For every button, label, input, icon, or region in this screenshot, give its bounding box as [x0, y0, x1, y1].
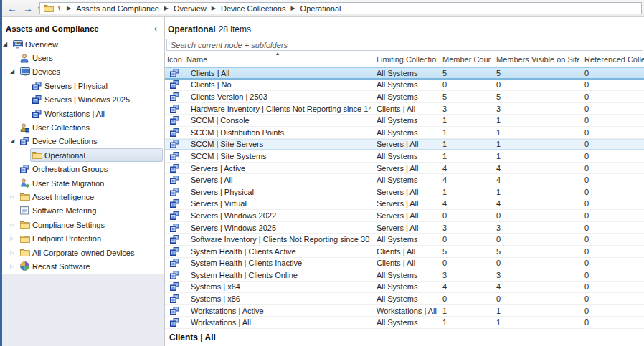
sidebar-item-software-metering[interactable]: Software Metering — [0, 204, 164, 218]
table-row[interactable]: SCCM | Distribution Points All Systems 1… — [165, 127, 644, 139]
table-row[interactable]: Clients | No All Systems 0 0 0 — [165, 80, 644, 92]
sidebar-item-user-state-migration[interactable]: User State Migration — [0, 176, 164, 190]
breadcrumb-item-operational[interactable]: Operational — [300, 4, 341, 13]
node-title: Operational — [168, 24, 216, 34]
column-header-name-label: Name — [186, 55, 207, 64]
table-row[interactable]: Systems | x64 All Systems 4 4 0 — [165, 282, 644, 294]
cell-name: Systems | x64 — [184, 282, 371, 291]
sidebar-item-operational[interactable]: Operational — [0, 148, 164, 162]
recast-icon — [20, 261, 32, 271]
folder-icon — [20, 193, 32, 201]
forward-button[interactable]: → — [21, 1, 35, 16]
back-button[interactable]: ← — [5, 1, 19, 16]
table-row[interactable]: System Health | Clients Inactive Clients… — [165, 258, 644, 270]
cell-limiting-collection: All Systems — [371, 294, 437, 303]
table-row[interactable]: Workstations | Active Workstations | All… — [165, 305, 644, 317]
table-row[interactable]: SCCM | Site Systems All Systems 1 1 0 — [165, 150, 644, 163]
sidebar-item-servers-physical[interactable]: Servers | Physical — [0, 79, 164, 92]
collapsed-arrow-icon[interactable]: ▷ — [10, 249, 18, 256]
table-row[interactable]: Servers | Windows 2025 Servers | All 3 3… — [165, 222, 644, 234]
collapsed-arrow-icon[interactable]: ▷ — [10, 221, 18, 229]
table-row[interactable]: Servers | Virtual Servers | All 4 4 0 — [165, 198, 644, 211]
table-row[interactable]: Servers | All All Systems 4 4 0 — [165, 174, 644, 186]
cell-referenced-collections: 0 — [579, 211, 644, 220]
collection-icon — [165, 271, 184, 279]
folder-icon — [20, 221, 32, 229]
breadcrumb-item-overview[interactable]: Overview — [174, 4, 207, 13]
sidebar-item-users[interactable]: Users — [0, 51, 164, 64]
collection-icon — [165, 105, 184, 113]
sidebar-item-orchestration-groups[interactable]: Orchestration Groups — [0, 163, 164, 176]
cell-limiting-collection: All Systems — [371, 92, 437, 101]
cell-name: Hardware Inventory | Clients Not Reporti… — [184, 105, 371, 113]
cell-members-visible-on-site: 1 — [491, 140, 579, 148]
search-input[interactable] — [166, 39, 643, 51]
cell-referenced-collections: 0 — [579, 318, 644, 327]
collapsed-arrow-icon[interactable]: ▷ — [10, 263, 18, 270]
cell-name: System Health | Clients Active — [184, 247, 371, 256]
sidebar-item-workstations-all[interactable]: Workstations | All — [0, 107, 164, 120]
sidebar-item-user-collections[interactable]: User Collections — [0, 120, 164, 134]
expanded-arrow-icon: ◢ — [3, 41, 11, 48]
table-row[interactable]: Hardware Inventory | Clients Not Reporti… — [165, 103, 644, 115]
navigation-bar: ← → ▾ \ ▶ Assets and Compliance ▶ Overvi… — [0, 0, 644, 17]
cell-name: Servers | Physical — [184, 188, 371, 196]
collapse-sidebar-button[interactable]: ‹ — [154, 25, 160, 32]
sidebar-item-asset-intelligence[interactable]: ▷ Asset Intelligence — [0, 190, 164, 203]
cell-members-visible-on-site: 0 — [491, 80, 579, 89]
sidebar-item-servers-windows-2025[interactable]: Servers | Windows 2025 — [0, 93, 164, 107]
column-header-name[interactable]: Name ▴ — [184, 52, 371, 67]
breadcrumb-arrow-icon: ▶ — [290, 4, 295, 12]
table-row[interactable]: Clients | All All Systems 5 5 0 — [165, 67, 644, 80]
collection-icon — [165, 164, 184, 173]
column-header-member-count[interactable]: Member Count — [437, 52, 491, 67]
cell-member-count: 1 — [437, 188, 491, 196]
sidebar-item-compliance-settings[interactable]: ▷ Compliance Settings — [0, 218, 164, 231]
cell-members-visible-on-site: 3 — [491, 105, 579, 113]
table-row[interactable]: Software Inventory | Clients Not Reporti… — [165, 234, 644, 246]
table-row[interactable]: Systems | x86 All Systems 0 0 0 — [165, 293, 644, 305]
column-header-icon[interactable]: Icon — [165, 52, 184, 67]
column-header-limiting-collection[interactable]: Limiting Collection — [371, 52, 437, 67]
folder-icon — [32, 151, 44, 159]
breadcrumb-root[interactable]: \ — [58, 4, 60, 13]
table-row[interactable]: Servers | Physical Servers | All 1 1 0 — [165, 186, 644, 198]
cell-members-visible-on-site: 3 — [491, 224, 579, 232]
cell-member-count: 0 — [437, 235, 491, 244]
column-header-referenced-collections[interactable]: Referenced Collections — [579, 52, 644, 67]
sidebar-item-devices[interactable]: ◢ Devices — [0, 65, 164, 79]
collection-icon — [165, 188, 184, 196]
sidebar-item-overview[interactable]: ◢ Overview — [0, 37, 164, 51]
collapsed-arrow-icon[interactable]: ▷ — [10, 193, 18, 201]
cell-member-count: 5 — [437, 247, 491, 256]
collapsed-arrow-icon[interactable]: ▷ — [10, 235, 18, 242]
table-row[interactable]: System Health | Clients Active Clients |… — [165, 246, 644, 258]
table-row[interactable]: Servers | Active Servers | All 4 4 0 — [165, 163, 644, 175]
table-row[interactable]: SCCM | Site Servers Servers | All 1 1 0 — [165, 139, 644, 151]
cell-members-visible-on-site: 3 — [491, 271, 579, 279]
collection-icon — [20, 137, 32, 145]
table-row[interactable]: System Health | Clients Online All Syste… — [165, 269, 644, 282]
cell-limiting-collection: Servers | All — [371, 188, 437, 196]
cell-name: Servers | All — [184, 176, 371, 184]
sidebar-item-device-collections[interactable]: ◢ Device Collections — [0, 135, 164, 148]
cell-member-count: 4 — [437, 199, 491, 208]
breadcrumb-item-device-collections[interactable]: Device Collections — [221, 4, 285, 13]
table-header: Icon Name ▴ Limiting Collection Member C… — [165, 52, 644, 67]
collection-icon — [165, 235, 184, 244]
table-row[interactable]: Clients Version | 2503 All Systems 5 5 0 — [165, 91, 644, 103]
sidebar-item-all-corporate-owned-devices[interactable]: ▷ All Corporate-owned Devices — [0, 246, 164, 259]
sidebar-item-endpoint-protection[interactable]: ▷ Endpoint Protection — [0, 231, 164, 245]
collection-icon — [165, 116, 184, 125]
table-row[interactable]: Servers | Windows 2022 Servers | All 0 0… — [165, 210, 644, 222]
collection-icon — [165, 318, 184, 327]
breadcrumb-item-assets-and-compliance[interactable]: Assets and Compliance — [76, 4, 159, 13]
sidebar-item-recast-software[interactable]: ▷ Recast Software — [0, 259, 164, 273]
table-row[interactable]: Workstations | All All Systems 1 1 0 — [165, 317, 644, 329]
cell-members-visible-on-site: 0 — [491, 294, 579, 303]
cell-referenced-collections: 0 — [579, 224, 644, 232]
column-header-members-visible[interactable]: Members Visible on Site — [491, 52, 579, 67]
cell-referenced-collections: 0 — [579, 294, 644, 303]
table-row[interactable]: SCCM | Console All Systems 1 1 0 — [165, 115, 644, 127]
cell-limiting-collection: All Systems — [371, 128, 437, 137]
